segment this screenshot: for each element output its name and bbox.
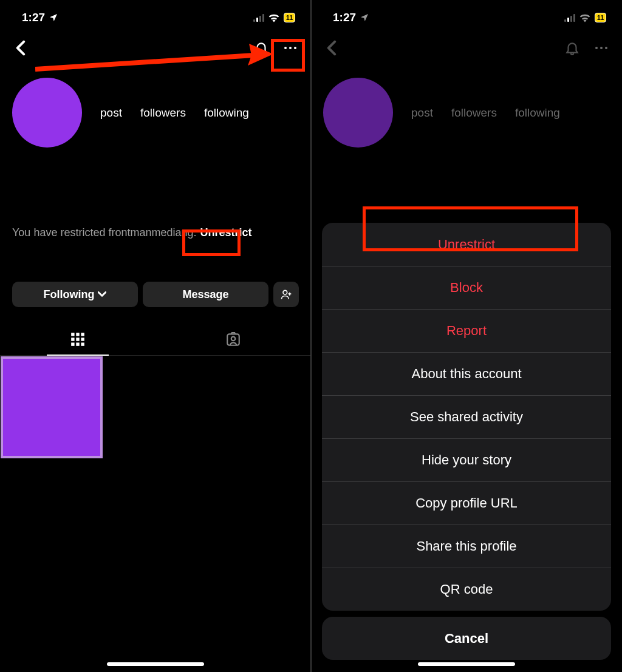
status-bar: 1:27 11 xyxy=(0,0,311,33)
back-button[interactable] xyxy=(320,36,344,60)
signal-icon xyxy=(253,13,264,22)
status-time: 1:27 xyxy=(333,11,356,24)
tagged-icon xyxy=(225,331,241,347)
sheet-item-unrestrict[interactable]: Unrestrict xyxy=(322,223,611,266)
stat-following[interactable]: following xyxy=(204,106,249,120)
sheet-item-share-profile[interactable]: Share this profile xyxy=(322,524,611,568)
svg-point-0 xyxy=(283,290,287,294)
header xyxy=(311,33,622,63)
svg-rect-1 xyxy=(71,333,74,336)
more-options-button[interactable] xyxy=(589,36,613,60)
add-user-icon xyxy=(280,288,292,300)
svg-rect-3 xyxy=(81,333,84,336)
sheet-item-copy-url[interactable]: Copy profile URL xyxy=(322,481,611,524)
sheet-item-qr-code[interactable]: QR code xyxy=(322,568,611,611)
svg-rect-2 xyxy=(76,333,79,336)
more-icon xyxy=(595,47,607,49)
stat-following: following xyxy=(515,106,560,120)
stat-followers: followers xyxy=(451,106,497,120)
svg-rect-9 xyxy=(81,342,84,345)
message-label: Message xyxy=(182,288,228,301)
profile-row: post followers following xyxy=(311,63,622,154)
avatar xyxy=(323,78,393,148)
avatar[interactable] xyxy=(12,78,82,148)
message-button[interactable]: Message xyxy=(143,282,268,307)
profile-stats: post followers following xyxy=(411,106,560,120)
svg-point-11 xyxy=(231,336,236,341)
svg-rect-7 xyxy=(71,342,74,345)
back-button[interactable] xyxy=(9,36,33,60)
svg-rect-5 xyxy=(76,338,79,341)
status-bar: 1:27 11 xyxy=(311,0,622,33)
profile-row: post followers following xyxy=(0,63,311,154)
battery-icon: 11 xyxy=(284,13,295,22)
stat-post: post xyxy=(411,106,433,120)
stat-followers[interactable]: followers xyxy=(140,106,186,120)
location-icon xyxy=(360,13,369,22)
unrestrict-inline-button[interactable]: Unrestrict xyxy=(200,226,252,239)
wifi-icon xyxy=(579,13,591,22)
action-sheet: Unrestrict Block Report About this accou… xyxy=(322,223,611,660)
more-options-button[interactable] xyxy=(278,36,302,60)
phone-left: 1:27 11 xyxy=(0,0,311,672)
signal-icon xyxy=(564,13,575,22)
svg-rect-4 xyxy=(71,338,74,341)
sheet-item-about[interactable]: About this account xyxy=(322,352,611,395)
sheet-item-block[interactable]: Block xyxy=(322,266,611,309)
action-sheet-list: Unrestrict Block Report About this accou… xyxy=(322,223,611,611)
stat-post[interactable]: post xyxy=(100,106,122,120)
sheet-item-shared-activity[interactable]: See shared activity xyxy=(322,395,611,438)
home-indicator[interactable] xyxy=(418,662,515,666)
cancel-button[interactable]: Cancel xyxy=(322,617,611,660)
tab-tagged[interactable] xyxy=(156,323,311,355)
screenshot-divider xyxy=(310,0,312,672)
profile-stats: post followers following xyxy=(100,106,249,120)
svg-rect-8 xyxy=(76,342,79,345)
sheet-item-report[interactable]: Report xyxy=(322,309,611,352)
status-time: 1:27 xyxy=(22,11,45,24)
home-indicator[interactable] xyxy=(107,662,204,666)
add-user-button[interactable] xyxy=(273,282,299,307)
more-icon xyxy=(284,47,296,49)
svg-rect-10 xyxy=(227,334,239,345)
svg-rect-6 xyxy=(81,338,84,341)
battery-icon: 11 xyxy=(595,13,606,22)
post-thumbnail[interactable] xyxy=(1,356,103,458)
following-button[interactable]: Following xyxy=(12,282,138,307)
wifi-icon xyxy=(268,13,280,22)
tab-grid[interactable] xyxy=(0,323,156,355)
grid-icon xyxy=(70,331,86,347)
location-icon xyxy=(49,13,58,22)
sheet-item-hide-story[interactable]: Hide your story xyxy=(322,438,611,481)
action-row: Following Message xyxy=(0,282,311,307)
phone-right: 1:27 11 xyxy=(311,0,622,672)
post-grid xyxy=(0,356,311,459)
notifications-button[interactable] xyxy=(249,36,273,60)
notifications-button[interactable] xyxy=(560,36,584,60)
chevron-down-icon xyxy=(98,291,106,297)
header xyxy=(0,33,311,63)
restricted-text: You have restricted frontmanmediang. xyxy=(12,226,197,239)
profile-tabs xyxy=(0,323,311,356)
following-label: Following xyxy=(44,288,95,301)
restricted-notice: You have restricted frontmanmediang. Unr… xyxy=(0,226,311,239)
